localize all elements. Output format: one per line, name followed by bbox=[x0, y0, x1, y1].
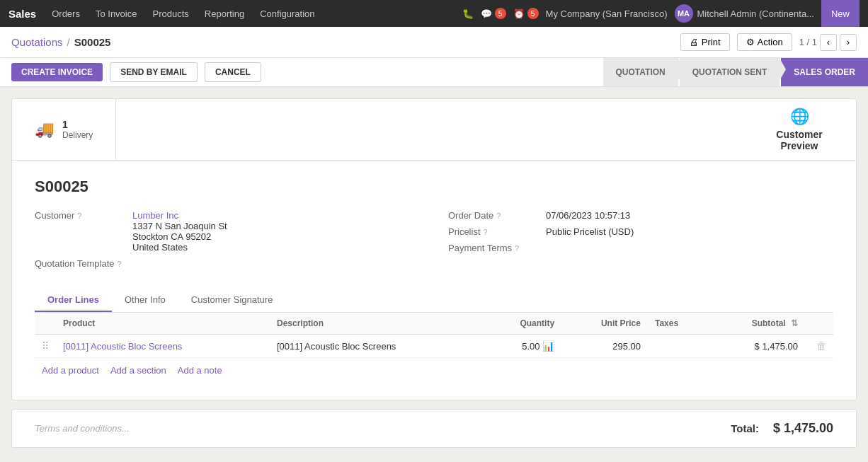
pager-next[interactable]: › bbox=[840, 34, 857, 51]
payment-terms-field-row: Payment Terms ? bbox=[448, 243, 833, 253]
col-quantity: Quantity bbox=[484, 313, 561, 335]
customer-help-icon[interactable]: ? bbox=[77, 212, 81, 220]
nav-reporting[interactable]: Reporting bbox=[198, 6, 251, 22]
cancel-button[interactable]: CANCEL bbox=[205, 62, 261, 82]
pipeline: QUOTATION QUOTATION SENT SALES ORDER bbox=[603, 58, 868, 86]
delivery-icon: 🚚 bbox=[35, 120, 54, 139]
delivery-label: Delivery bbox=[62, 130, 93, 140]
company-name: My Company (San Francisco) bbox=[546, 8, 668, 19]
main-content: 🚚 1 Delivery 🌐 Customer Preview S00025 bbox=[0, 87, 868, 459]
add-product-link[interactable]: Add a product bbox=[42, 365, 99, 376]
col-description: Description bbox=[270, 313, 484, 335]
print-button[interactable]: 🖨 Print bbox=[680, 33, 730, 51]
fields-right: Order Date ? 07/06/2023 10:57:13 Priceli… bbox=[448, 210, 833, 275]
order-date-value: 07/06/2023 10:57:13 bbox=[546, 210, 630, 221]
total-label: Total: bbox=[731, 422, 759, 434]
breadcrumb: Quotations / S00025 bbox=[11, 36, 110, 48]
template-label: Quotation Template ? bbox=[35, 258, 127, 269]
chart-icon[interactable]: 📊 bbox=[542, 340, 554, 352]
customer-label: Customer ? bbox=[35, 210, 127, 221]
subtotal-cell: $ 1,475.00 bbox=[708, 335, 805, 358]
document-number: S00025 bbox=[35, 178, 833, 196]
col-taxes: Taxes bbox=[648, 313, 708, 335]
nav-configuration[interactable]: Configuration bbox=[253, 6, 321, 22]
new-button[interactable]: New bbox=[821, 0, 860, 27]
avatar: MA bbox=[675, 4, 693, 23]
breadcrumb-separator: / bbox=[67, 36, 70, 48]
description-cell: [0011] Acoustic Bloc Screens bbox=[270, 335, 484, 358]
pipeline-step-sales-order[interactable]: SALES ORDER bbox=[781, 58, 868, 86]
create-invoice-button[interactable]: CREATE INVOICE bbox=[11, 63, 103, 81]
pipeline-step-quotation[interactable]: QUOTATION bbox=[603, 58, 678, 86]
document-body: S00025 Customer ? Lumber Inc 1337 N San … bbox=[12, 161, 856, 400]
nav-orders[interactable]: Orders bbox=[45, 6, 87, 22]
payment-terms-label: Payment Terms ? bbox=[448, 243, 540, 253]
customer-address2: Stockton CA 95202 bbox=[132, 231, 211, 242]
terms-placeholder[interactable]: Terms and conditions... bbox=[35, 423, 130, 434]
delivery-cell[interactable]: 🚚 1 Delivery bbox=[12, 99, 116, 160]
order-table: Product Description Quantity Unit Price … bbox=[35, 313, 833, 358]
customer-name-link[interactable]: Lumber Inc bbox=[132, 210, 178, 221]
total-section: Total: $ 1,475.00 bbox=[731, 421, 833, 436]
print-icon: 🖨 bbox=[690, 37, 699, 47]
drag-handle-icon[interactable]: ⠿ bbox=[42, 340, 49, 352]
add-section-link[interactable]: Add a section bbox=[110, 365, 166, 376]
customer-preview-cell[interactable]: 🌐 Customer Preview bbox=[743, 99, 856, 160]
top-navigation: Sales Orders To Invoice Products Reporti… bbox=[0, 0, 868, 27]
order-date-field-row: Order Date ? 07/06/2023 10:57:13 bbox=[448, 210, 833, 221]
bug-icon: 🐛 bbox=[462, 8, 474, 19]
product-link[interactable]: [0011] Acoustic Bloc Screens bbox=[63, 341, 182, 352]
subtotal-sort-icon[interactable]: ⇅ bbox=[791, 318, 798, 328]
pricelist-value: Public Pricelist (USD) bbox=[546, 226, 634, 237]
gear-icon: ⚙ bbox=[746, 37, 755, 47]
breadcrumb-parent[interactable]: Quotations bbox=[11, 36, 63, 48]
tab-other-info[interactable]: Other Info bbox=[112, 289, 178, 312]
user-name: Mitchell Admin (Continenta... bbox=[697, 8, 814, 19]
col-product: Product bbox=[56, 313, 270, 335]
customer-address1: 1337 N San Joaquin St bbox=[132, 221, 227, 231]
col-subtotal: Subtotal ⇅ bbox=[708, 313, 805, 335]
nav-to-invoice[interactable]: To Invoice bbox=[88, 6, 144, 22]
quantity-cell: 5.00 📊 bbox=[484, 335, 561, 358]
globe-icon: 🌐 bbox=[790, 108, 809, 126]
pager-prev[interactable]: ‹ bbox=[820, 34, 837, 51]
user-menu[interactable]: MA Mitchell Admin (Continenta... bbox=[675, 4, 814, 23]
payment-terms-help-icon[interactable]: ? bbox=[515, 244, 519, 253]
breadcrumb-actions: 🖨 Print ⚙ Action 1 / 1 ‹ › bbox=[680, 33, 857, 51]
pager-text: 1 / 1 bbox=[799, 37, 817, 47]
tab-customer-signature[interactable]: Customer Signature bbox=[178, 289, 286, 312]
col-unit-price: Unit Price bbox=[561, 313, 648, 335]
send-email-button[interactable]: SEND BY EMAIL bbox=[110, 62, 198, 82]
chat-icon: 💬 bbox=[481, 8, 492, 19]
customer-field-row: Customer ? Lumber Inc 1337 N San Joaquin… bbox=[35, 210, 420, 253]
pipeline-step-quotation-sent[interactable]: QUOTATION SENT bbox=[680, 58, 780, 86]
pricelist-help-icon[interactable]: ? bbox=[484, 228, 488, 236]
order-date-help-icon[interactable]: ? bbox=[496, 212, 501, 220]
action-bar: CREATE INVOICE SEND BY EMAIL CANCEL bbox=[0, 58, 603, 86]
chat-button[interactable]: 💬 5 bbox=[481, 8, 506, 19]
action-button[interactable]: ⚙ Action bbox=[737, 33, 792, 51]
add-note-link[interactable]: Add a note bbox=[178, 365, 222, 376]
table-row: ⠿ [0011] Acoustic Bloc Screens [0011] Ac… bbox=[35, 335, 833, 358]
customer-value: Lumber Inc 1337 N San Joaquin St Stockto… bbox=[132, 210, 227, 253]
customer-preview-label: Customer Preview bbox=[757, 129, 842, 151]
document-card: 🚚 1 Delivery 🌐 Customer Preview S00025 bbox=[11, 98, 857, 400]
chat-badge: 5 bbox=[495, 8, 506, 19]
add-links: Add a product Add a section Add a note bbox=[35, 358, 833, 383]
brand-logo: Sales bbox=[8, 8, 36, 20]
delete-row-icon[interactable]: 🗑 bbox=[816, 340, 826, 352]
document-fields: Customer ? Lumber Inc 1337 N San Joaquin… bbox=[35, 210, 833, 275]
tab-order-lines[interactable]: Order Lines bbox=[35, 289, 112, 312]
fields-left: Customer ? Lumber Inc 1337 N San Joaquin… bbox=[35, 210, 420, 275]
tabs: Order Lines Other Info Customer Signatur… bbox=[35, 289, 833, 313]
template-help-icon[interactable]: ? bbox=[118, 260, 122, 268]
clock-button[interactable]: ⏰ 5 bbox=[513, 8, 539, 19]
bug-button[interactable]: 🐛 bbox=[462, 8, 474, 19]
product-cell: [0011] Acoustic Bloc Screens bbox=[56, 335, 270, 358]
pricelist-label: Pricelist ? bbox=[448, 226, 540, 237]
clock-badge: 5 bbox=[527, 8, 539, 19]
breadcrumb-current: S00025 bbox=[74, 36, 111, 48]
unit-price-cell: 295.00 bbox=[561, 335, 648, 358]
delivery-count: 1 bbox=[62, 119, 93, 130]
nav-products[interactable]: Products bbox=[145, 6, 195, 22]
